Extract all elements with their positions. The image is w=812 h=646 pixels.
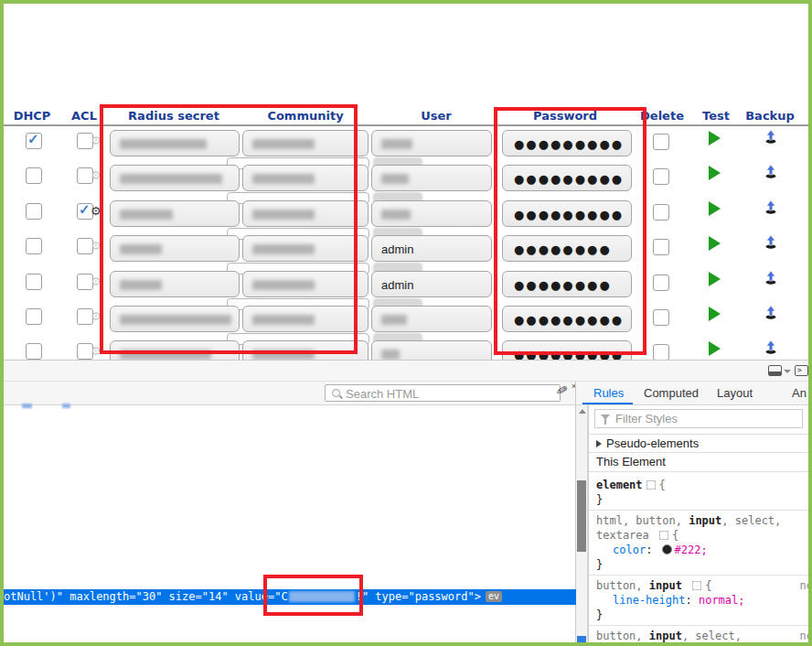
redacted-markup-fragment bbox=[22, 404, 32, 408]
code-prefix: otNull')" maxlength="30" size="14" value… bbox=[4, 590, 288, 603]
pseudo-elements-section[interactable]: Pseudo-elements bbox=[589, 434, 808, 453]
dock-to-bottom-icon[interactable] bbox=[768, 365, 782, 376]
rules-panel: Filter Styles Pseudo-elements This Eleme… bbox=[588, 405, 808, 642]
stylesheet-source-link[interactable]: no bbox=[800, 578, 808, 593]
color-swatch[interactable] bbox=[662, 544, 672, 554]
column-header-user: User bbox=[421, 109, 452, 123]
redacted-text bbox=[381, 174, 409, 184]
scroll-up-arrow-icon[interactable] bbox=[579, 409, 586, 414]
filter-styles-input[interactable]: Filter Styles bbox=[594, 409, 803, 428]
user-input[interactable] bbox=[371, 130, 492, 156]
test-play-icon[interactable] bbox=[709, 201, 721, 216]
check-mark-icon: ✓ bbox=[27, 131, 39, 147]
dhcp-checkbox[interactable] bbox=[26, 274, 42, 290]
column-header-dhcp: DHCP bbox=[14, 109, 51, 123]
css-rules-list: element{}html, button, input, select,tex… bbox=[589, 475, 808, 642]
redacted-markup-fragment bbox=[62, 404, 70, 408]
devtools-top-toolbar: > bbox=[4, 360, 808, 382]
highlight-target-icon[interactable] bbox=[646, 480, 656, 490]
css-rule: button, input {line-height: normal;}no bbox=[589, 576, 808, 626]
backup-upload-icon[interactable] bbox=[764, 164, 778, 179]
delete-checkbox[interactable] bbox=[653, 239, 669, 255]
scrollbar-thumb[interactable] bbox=[577, 480, 586, 552]
css-rule: element{} bbox=[589, 475, 808, 511]
css-rule: button, input, select,textarea {no bbox=[589, 626, 808, 642]
delete-checkbox[interactable] bbox=[653, 309, 669, 326]
annotation-box-radius-community bbox=[100, 104, 358, 354]
user-input[interactable] bbox=[371, 165, 492, 191]
backup-upload-icon[interactable] bbox=[764, 270, 778, 285]
redacted-text bbox=[381, 210, 411, 220]
search-placeholder: Search HTML bbox=[346, 387, 419, 401]
dhcp-checkbox[interactable] bbox=[26, 308, 42, 325]
dock-options-caret-icon[interactable] bbox=[784, 370, 791, 373]
delete-checkbox[interactable] bbox=[653, 204, 669, 221]
dhcp-checkbox[interactable]: ✓ bbox=[26, 133, 42, 149]
code-suffix: !" type="password"> bbox=[356, 590, 481, 603]
dhcp-checkbox[interactable] bbox=[26, 343, 42, 360]
redacted-text bbox=[381, 350, 400, 360]
redacted-text bbox=[381, 315, 407, 325]
test-play-icon[interactable] bbox=[709, 272, 721, 286]
column-header-delete: Delete bbox=[640, 109, 684, 123]
separate-window-icon[interactable]: > bbox=[795, 365, 808, 376]
user-value: admin bbox=[381, 278, 413, 292]
test-play-icon[interactable] bbox=[709, 236, 721, 251]
tab-rules[interactable]: Rules bbox=[593, 386, 624, 400]
filter-placeholder: Filter Styles bbox=[615, 412, 678, 425]
event-badge[interactable]: ev bbox=[486, 591, 502, 602]
tab-an[interactable]: An bbox=[792, 386, 807, 400]
delete-checkbox[interactable] bbox=[653, 168, 669, 185]
backup-upload-icon[interactable] bbox=[764, 305, 778, 320]
user-value: admin bbox=[381, 242, 413, 256]
annotation-box-password bbox=[494, 107, 646, 355]
backup-upload-icon[interactable] bbox=[764, 234, 778, 250]
user-input[interactable] bbox=[371, 200, 492, 227]
expand-triangle-icon bbox=[596, 440, 602, 447]
column-header-test: Test bbox=[702, 109, 730, 123]
dhcp-checkbox[interactable] bbox=[26, 238, 42, 254]
column-header-backup: Backup bbox=[745, 109, 795, 123]
column-header-acl: ACL bbox=[71, 109, 97, 123]
stylesheet-source-link[interactable]: no bbox=[800, 629, 808, 642]
dhcp-checkbox[interactable] bbox=[26, 167, 42, 184]
search-icon bbox=[332, 389, 340, 397]
dhcp-checkbox[interactable] bbox=[26, 203, 42, 220]
test-play-icon[interactable] bbox=[709, 341, 721, 356]
selected-node-marker bbox=[577, 636, 586, 646]
check-mark-icon: ✓ bbox=[79, 201, 91, 218]
test-play-icon[interactable] bbox=[709, 307, 721, 321]
css-rule: html, button, input, select,textarea {co… bbox=[589, 511, 808, 576]
highlight-target-icon[interactable] bbox=[659, 531, 668, 540]
annotation-box-code-value bbox=[263, 575, 363, 616]
search-html-input[interactable]: Search HTML bbox=[325, 384, 561, 402]
tab-computed[interactable]: Computed bbox=[644, 386, 699, 400]
app-screenshot: DHCPACLRadius secretCommunityUserPasswor… bbox=[0, 0, 812, 646]
user-input[interactable] bbox=[371, 306, 492, 332]
backup-upload-icon[interactable] bbox=[764, 129, 778, 145]
delete-checkbox[interactable] bbox=[653, 344, 669, 361]
tab-layout[interactable]: Layout bbox=[717, 386, 753, 400]
markup-scrollbar[interactable] bbox=[576, 405, 588, 642]
user-input[interactable]: admin bbox=[371, 235, 492, 262]
delete-checkbox[interactable] bbox=[653, 134, 669, 150]
devtools-panel: > Search HTML ✎ × RulesComputedLayoutAn … bbox=[4, 360, 808, 642]
redacted-text bbox=[381, 139, 412, 149]
this-element-section: This Element bbox=[589, 453, 808, 472]
active-tab-underline bbox=[582, 403, 633, 404]
backup-upload-icon[interactable] bbox=[764, 339, 778, 355]
highlight-target-icon[interactable] bbox=[692, 581, 701, 590]
filter-icon bbox=[601, 415, 610, 420]
test-play-icon[interactable] bbox=[709, 131, 721, 145]
test-play-icon[interactable] bbox=[709, 166, 721, 180]
delete-checkbox[interactable] bbox=[653, 275, 669, 291]
backup-upload-icon[interactable] bbox=[764, 199, 778, 215]
user-input[interactable]: admin bbox=[371, 271, 492, 297]
